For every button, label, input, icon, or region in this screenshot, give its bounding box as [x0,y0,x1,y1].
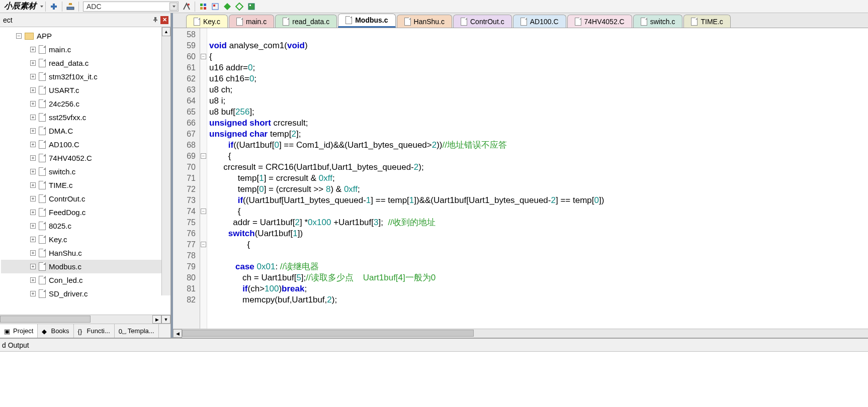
expander-icon[interactable]: + [30,264,36,269]
fold-toggle[interactable]: − [201,54,206,59]
code-line[interactable]: u16 ch16=0; [209,73,868,84]
code-line[interactable]: if(ch>100)break; [209,283,868,294]
manage-icon-4[interactable] [234,2,244,12]
code-line[interactable]: addr = Uart1buf[2] *0x100 +Uart1buf[3]; … [209,217,868,228]
code-line[interactable]: u16 addr=0; [209,62,868,73]
tree-file-item[interactable]: +8025.c [1,219,169,233]
expander-icon[interactable]: + [30,291,36,296]
editor-hscroll[interactable]: ◀ [173,329,868,338]
expander-icon[interactable]: + [30,74,36,79]
tree-hscroll[interactable]: ▶ ▼ [0,315,170,324]
scroll-left-button[interactable]: ◀ [173,329,182,338]
load-icon[interactable] [65,2,75,12]
code-line[interactable]: u8 buf[256]; [209,107,868,118]
scroll-right-button[interactable]: ▶ [152,315,161,324]
code-line[interactable]: temp[0] = (crcresult >> 8) & 0xff; [209,184,868,195]
tree-file-item[interactable]: +switch.c [1,165,169,178]
expander-icon[interactable]: + [30,223,36,229]
panel-tab-functi[interactable]: {}Functi... [74,324,115,338]
code-line[interactable]: memcpy(buf,Uart1buf,2); [209,294,868,306]
expander-icon[interactable]: + [30,60,36,66]
code-line[interactable]: if((Uart1buf[Uart1_bytes_queued-1] == te… [209,195,868,206]
fold-toggle[interactable]: − [201,153,206,159]
panel-tab-project[interactable]: ▣Project [0,324,38,338]
editor-hscroll-thumb[interactable] [182,330,474,337]
build-output-body[interactable] [0,352,868,407]
manage-icon-5[interactable] [246,2,256,12]
tree-file-item[interactable]: +read_data.c [1,56,169,70]
scroll-dropdown-button[interactable]: ▼ [161,315,170,324]
manage-icon-1[interactable] [198,2,208,12]
expander-icon[interactable]: + [30,182,36,188]
code-line[interactable]: case 0x01: //读继电器 [209,261,868,272]
target-combo[interactable]: ADC [83,2,179,12]
tree-file-item[interactable]: +USART.c [1,83,169,97]
expander-icon[interactable]: + [30,277,36,283]
hscroll-thumb[interactable] [0,316,91,323]
manage-icon-3[interactable] [222,2,232,12]
fold-toggle[interactable]: − [201,209,206,214]
expander-icon[interactable]: + [30,101,36,107]
tree-file-item[interactable]: +ContrOut.c [1,192,169,206]
pin-icon[interactable] [152,16,159,23]
code-line[interactable]: void analyse_com1(void) [209,40,868,51]
close-icon[interactable]: ✕ [160,16,168,24]
expander-icon[interactable]: + [30,237,36,242]
tree-root[interactable]: −APP [1,29,169,43]
tree-file-item[interactable]: +24c256.c [1,97,169,111]
tree-file-item[interactable]: +main.c [1,43,169,56]
editor-tab-hanshuc[interactable]: HanShu.c [397,15,452,28]
code-line[interactable]: u8 ch; [209,84,868,95]
fold-toggle[interactable]: − [201,242,206,247]
expander-icon[interactable]: + [30,128,36,134]
tree-file-item[interactable]: +Con_led.c [1,273,169,287]
options-icon[interactable] [182,2,192,12]
scroll-up-button[interactable]: ▲ [162,27,170,36]
expander-icon[interactable]: + [30,250,36,256]
code-line[interactable]: crcresult = CRC16(Uart1buf,Uart1_bytes_q… [209,162,868,173]
panel-tab-templa[interactable]: 0⎵Templa... [115,324,159,338]
target-icon[interactable] [49,2,59,12]
editor-tab-switchc[interactable]: switch.c [633,15,683,28]
editor-tab-ad100c[interactable]: AD100.C [513,15,566,28]
code-line[interactable]: temp[1] = crcresult & 0xff; [209,173,868,184]
expander-icon[interactable]: + [30,115,36,120]
code-line[interactable]: switch(Uart1buf[1]) [209,228,868,239]
code-line[interactable]: { [209,51,868,62]
editor-tab-mainc[interactable]: main.c [229,15,274,28]
tree-file-item[interactable]: +FeedDog.c [1,206,169,219]
editor-tab-timec[interactable]: TIME.c [683,15,730,28]
expander-icon[interactable]: − [16,33,22,39]
editor-tab-read_datac[interactable]: read_data.c [275,15,337,28]
code-line[interactable]: u8 i; [209,95,868,107]
expander-icon[interactable]: + [30,142,36,147]
combo-dropdown-button[interactable] [169,3,178,11]
expander-icon[interactable]: + [30,87,36,93]
code-line[interactable]: { [209,239,868,250]
panel-tab-books[interactable]: ◆Books [38,324,73,338]
code-line[interactable]: unsigned short crcresult; [209,118,868,129]
expander-icon[interactable]: + [30,210,36,215]
dropdown-icon[interactable] [40,6,43,8]
manage-icon-2[interactable] [210,2,220,12]
tree-vscroll[interactable]: ▲ [161,27,170,295]
tree-file-item[interactable]: +Modbus.c [1,260,169,273]
code-line[interactable]: ch = Uart1buf[5];//读取多少点 Uart1buf[4]一般为0 [209,272,868,283]
tree-file-item[interactable]: +TIME.c [1,178,169,192]
code-line[interactable]: { [209,151,868,162]
editor-tab-keyc[interactable]: Key.c [186,15,228,28]
editor-tab-modbusc[interactable]: Modbus.c [338,14,395,28]
tree-file-item[interactable]: +HanShu.c [1,246,169,260]
expander-icon[interactable]: + [30,47,36,52]
tree-file-item[interactable]: +AD100.C [1,138,169,151]
tree-file-item[interactable]: +Key.c [1,233,169,246]
tree-file-item[interactable]: +sst25vfxx.c [1,111,169,124]
editor-tab-74hv4052c[interactable]: 74HV4052.C [567,15,632,28]
tree-file-item[interactable]: +SD_driver.c [1,287,169,300]
tree-file-item[interactable]: +stm32f10x_it.c [1,70,169,83]
expander-icon[interactable]: + [30,155,36,161]
code-content[interactable]: void analyse_com1(void){u16 addr=0;u16 c… [207,28,868,329]
code-line[interactable]: if((Uart1buf[0] == Com1_id)&&(Uart1_byte… [209,140,868,151]
editor-tab-controutc[interactable]: ContrOut.c [453,15,512,28]
code-line[interactable]: unsigned char temp[2]; [209,129,868,140]
